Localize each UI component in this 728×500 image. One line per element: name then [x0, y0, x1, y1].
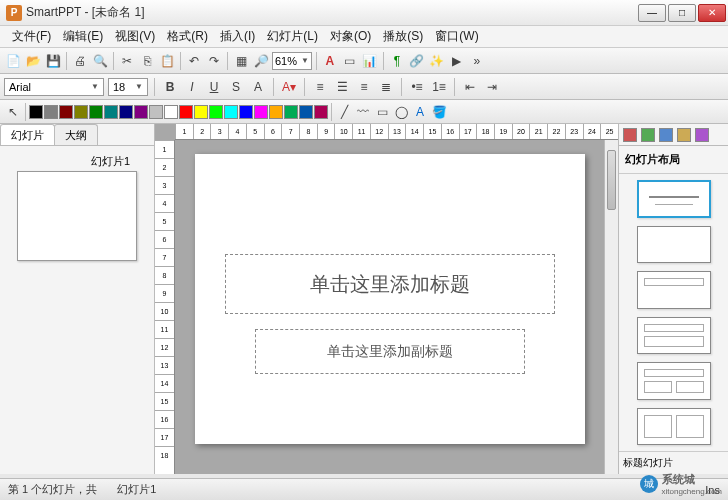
- link-icon[interactable]: 🔗: [408, 52, 426, 70]
- find-icon[interactable]: 🔎: [252, 52, 270, 70]
- strike-icon[interactable]: S: [227, 78, 245, 96]
- color-swatch-3[interactable]: [74, 105, 88, 119]
- chart-icon[interactable]: 📊: [361, 52, 379, 70]
- watermark: 城 系统城 xitongcheng.com: [640, 472, 722, 496]
- tab-outline[interactable]: 大纲: [54, 124, 98, 145]
- cut-icon[interactable]: ✂: [118, 52, 136, 70]
- panel-icon-4[interactable]: [677, 128, 691, 142]
- text-icon[interactable]: A: [321, 52, 339, 70]
- color-swatch-17[interactable]: [284, 105, 298, 119]
- subtitle-placeholder[interactable]: 单击这里添加副标题: [255, 329, 525, 374]
- layout-blank[interactable]: [637, 226, 711, 263]
- layout-two-col[interactable]: [637, 408, 711, 445]
- color-swatch-2[interactable]: [59, 105, 73, 119]
- ellipse-icon[interactable]: ◯: [392, 103, 410, 121]
- toolbar-color: ↖ ╱ 〰 ▭ ◯ A 🪣: [0, 100, 728, 124]
- pointer-icon[interactable]: ↖: [4, 103, 22, 121]
- menu-format[interactable]: 格式(R): [161, 26, 214, 47]
- menu-edit[interactable]: 编辑(E): [57, 26, 109, 47]
- save-icon[interactable]: 💾: [44, 52, 62, 70]
- indent-inc-icon[interactable]: ⇥: [483, 78, 501, 96]
- slide-thumbnail-1[interactable]: [17, 171, 137, 261]
- font-size-combo[interactable]: 18▼: [108, 78, 148, 96]
- justify-icon[interactable]: ≣: [377, 78, 395, 96]
- rect-icon[interactable]: ▭: [373, 103, 391, 121]
- tab-slides[interactable]: 幻灯片: [0, 124, 55, 145]
- font-color-icon[interactable]: A▾: [280, 78, 298, 96]
- menu-file[interactable]: 文件(F): [6, 26, 57, 47]
- slides-panel: 幻灯片 大纲 幻灯片1: [0, 124, 155, 474]
- color-swatch-9[interactable]: [164, 105, 178, 119]
- paste-icon[interactable]: 📋: [158, 52, 176, 70]
- zoom-combo[interactable]: 61%▼: [272, 52, 312, 70]
- align-right-icon[interactable]: ≡: [355, 78, 373, 96]
- italic-icon[interactable]: I: [183, 78, 201, 96]
- copy-icon[interactable]: ⎘: [138, 52, 156, 70]
- color-swatch-7[interactable]: [134, 105, 148, 119]
- numbering-icon[interactable]: 1≡: [430, 78, 448, 96]
- color-swatch-5[interactable]: [104, 105, 118, 119]
- fx-icon[interactable]: ✨: [428, 52, 446, 70]
- panel-icon-3[interactable]: [659, 128, 673, 142]
- indent-dec-icon[interactable]: ⇤: [461, 78, 479, 96]
- color-swatch-6[interactable]: [119, 105, 133, 119]
- color-swatch-0[interactable]: [29, 105, 43, 119]
- curve-icon[interactable]: 〰: [354, 103, 372, 121]
- align-left-icon[interactable]: ≡: [311, 78, 329, 96]
- toolbar-main: 📄 📂 💾 🖨 🔍 ✂ ⎘ 📋 ↶ ↷ ▦ 🔎 61%▼ A ▭ 📊 ¶ 🔗 ✨…: [0, 48, 728, 74]
- pi-icon[interactable]: ¶: [388, 52, 406, 70]
- menu-view[interactable]: 视图(V): [109, 26, 161, 47]
- line-icon[interactable]: ╱: [335, 103, 353, 121]
- underline-icon[interactable]: U: [205, 78, 223, 96]
- redo-icon[interactable]: ↷: [205, 52, 223, 70]
- color-swatch-19[interactable]: [314, 105, 328, 119]
- layout-title-only[interactable]: [637, 271, 711, 308]
- maximize-button[interactable]: □: [668, 4, 696, 22]
- undo-icon[interactable]: ↶: [185, 52, 203, 70]
- menu-window[interactable]: 窗口(W): [429, 26, 484, 47]
- watermark-icon: 城: [640, 475, 658, 493]
- textbox-icon[interactable]: A: [411, 103, 429, 121]
- menu-slide[interactable]: 幻灯片(L): [261, 26, 324, 47]
- color-swatch-10[interactable]: [179, 105, 193, 119]
- color-swatch-14[interactable]: [239, 105, 253, 119]
- color-swatch-18[interactable]: [299, 105, 313, 119]
- print-icon[interactable]: 🖨: [71, 52, 89, 70]
- font-name-combo[interactable]: Arial▼: [4, 78, 104, 96]
- align-center-icon[interactable]: ☰: [333, 78, 351, 96]
- menu-object[interactable]: 对象(O): [324, 26, 377, 47]
- shape-icon[interactable]: ▭: [341, 52, 359, 70]
- minimize-button[interactable]: —: [638, 4, 666, 22]
- color-swatch-8[interactable]: [149, 105, 163, 119]
- more-icon[interactable]: »: [468, 52, 486, 70]
- color-swatch-4[interactable]: [89, 105, 103, 119]
- color-swatch-11[interactable]: [194, 105, 208, 119]
- preview-icon[interactable]: 🔍: [91, 52, 109, 70]
- bullets-icon[interactable]: •≡: [408, 78, 426, 96]
- fill-icon[interactable]: 🪣: [430, 103, 448, 121]
- color-swatch-1[interactable]: [44, 105, 58, 119]
- layout-two-content[interactable]: [637, 362, 711, 399]
- menu-play[interactable]: 播放(S): [377, 26, 429, 47]
- title-placeholder[interactable]: 单击这里添加标题: [225, 254, 555, 314]
- color-swatch-16[interactable]: [269, 105, 283, 119]
- close-button[interactable]: ✕: [698, 4, 726, 22]
- color-swatch-15[interactable]: [254, 105, 268, 119]
- status-bar: 第 1 个幻灯片，共 幻灯片1 Ins: [0, 478, 728, 500]
- panel-icon-2[interactable]: [641, 128, 655, 142]
- scrollbar-vertical[interactable]: [604, 140, 618, 474]
- play-icon[interactable]: ▶: [448, 52, 466, 70]
- slide-canvas[interactable]: 单击这里添加标题 单击这里添加副标题: [195, 154, 585, 444]
- panel-icon-1[interactable]: [623, 128, 637, 142]
- bold-icon[interactable]: B: [161, 78, 179, 96]
- menu-insert[interactable]: 插入(I): [214, 26, 261, 47]
- layout-title-slide[interactable]: [637, 180, 711, 218]
- color-swatch-13[interactable]: [224, 105, 238, 119]
- open-icon[interactable]: 📂: [24, 52, 42, 70]
- grid-icon[interactable]: ▦: [232, 52, 250, 70]
- shadow-icon[interactable]: A: [249, 78, 267, 96]
- new-icon[interactable]: 📄: [4, 52, 22, 70]
- layout-title-content[interactable]: [637, 317, 711, 354]
- panel-icon-5[interactable]: [695, 128, 709, 142]
- color-swatch-12[interactable]: [209, 105, 223, 119]
